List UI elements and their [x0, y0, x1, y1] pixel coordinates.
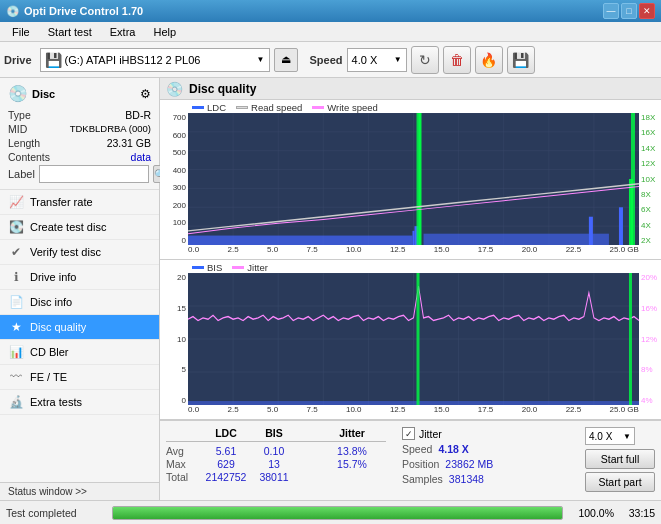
- disc-quality-header-icon: 💿: [166, 81, 183, 97]
- svg-rect-43: [629, 273, 632, 405]
- speed-label: Speed: [310, 54, 343, 66]
- menu-file[interactable]: File: [4, 25, 38, 39]
- speed-select-sm[interactable]: 4.0 X ▼: [585, 427, 635, 445]
- chart2-x-125: 12.5: [390, 405, 406, 419]
- chart1-x-200: 20.0: [522, 245, 538, 259]
- bis-total: 38011: [250, 471, 298, 483]
- svg-rect-25: [417, 113, 421, 245]
- status-window-button[interactable]: Status window >>: [8, 486, 151, 497]
- menu-help[interactable]: Help: [145, 25, 184, 39]
- progress-bar-area: Test completed 100.0% 33:15: [0, 500, 661, 524]
- jitter-speed-section: ✓ Jitter Speed 4.18 X Position 23862 MB …: [402, 427, 493, 485]
- extra-tests-icon: 🔬: [8, 395, 24, 409]
- sidebar-item-extra-tests[interactable]: 🔬 Extra tests: [0, 390, 159, 415]
- jitter-max: 15.7%: [318, 458, 386, 470]
- write-speed-legend-color: [312, 106, 324, 109]
- col-empty: [166, 427, 202, 439]
- main-area: 💿 Disc ⚙ Type BD-R MID TDKBLDRBA (000) L…: [0, 78, 661, 500]
- disc-info-icon: 📄: [8, 295, 24, 309]
- disc-contents-label: Contents: [8, 151, 50, 163]
- chart2-container: BIS Jitter 20 15 10 5 0 2: [160, 260, 661, 420]
- disc-erase-button[interactable]: 🗑: [443, 46, 471, 74]
- speed-buttons-section: 4.0 X ▼ Start full Start part: [585, 427, 655, 492]
- chart1-x-225: 22.5: [566, 245, 582, 259]
- chart2-x-100: 10.0: [346, 405, 362, 419]
- maximize-button[interactable]: □: [621, 3, 637, 19]
- chart1-x-labels: 0.0 2.5 5.0 7.5 10.0 12.5 15.0 17.5 20.0…: [188, 245, 639, 259]
- ldc-legend: LDC: [192, 102, 226, 113]
- disc-settings-icon[interactable]: ⚙: [140, 87, 151, 101]
- menu-start-test[interactable]: Start test: [40, 25, 100, 39]
- chart1-legend: LDC Read speed Write speed: [160, 100, 661, 113]
- chart2-y-5: 5: [182, 365, 186, 374]
- ldc-legend-color: [192, 106, 204, 109]
- disc-label-input[interactable]: [39, 165, 149, 183]
- speed-selector[interactable]: 4.0 X ▼: [347, 48, 407, 72]
- samples-label: Samples: [402, 473, 443, 485]
- save-button[interactable]: 💾: [507, 46, 535, 74]
- status-window-label: Status window >>: [8, 486, 87, 497]
- sidebar-item-disc-info[interactable]: 📄 Disc info: [0, 290, 159, 315]
- chart2-x-225: 22.5: [566, 405, 582, 419]
- disc-contents-value: data: [131, 151, 151, 163]
- sidebar-item-disc-quality[interactable]: ★ Disc quality: [0, 315, 159, 340]
- eject-button[interactable]: ⏏: [274, 48, 298, 72]
- sidebar-item-drive-info[interactable]: ℹ Drive info: [0, 265, 159, 290]
- chart1-x-125: 12.5: [390, 245, 406, 259]
- bis-legend-color: [192, 266, 204, 269]
- samples-row: Samples 381348: [402, 473, 493, 485]
- sidebar-item-label: Drive info: [30, 271, 76, 283]
- disc-type-row: Type BD-R: [8, 109, 151, 121]
- jitter-checkbox[interactable]: ✓: [402, 427, 415, 440]
- menu-extra[interactable]: Extra: [102, 25, 144, 39]
- speed-stat-label: Speed: [402, 443, 432, 455]
- svg-rect-21: [424, 234, 609, 245]
- jitter-label: Jitter: [419, 428, 442, 440]
- fe-te-icon: 〰: [8, 370, 24, 384]
- elapsed-time: 33:15: [620, 507, 655, 519]
- disc-label-row: Label 🔍: [8, 165, 151, 183]
- ldc-total: 2142752: [202, 471, 250, 483]
- sidebar-item-label: Extra tests: [30, 396, 82, 408]
- disc-burn-button[interactable]: 🔥: [475, 46, 503, 74]
- chart1-x-250: 25.0 GB: [610, 245, 639, 259]
- verify-test-disc-icon: ✔: [8, 245, 24, 259]
- svg-rect-23: [619, 207, 623, 245]
- sidebar-item-transfer-rate[interactable]: 📈 Transfer rate: [0, 190, 159, 215]
- start-full-button[interactable]: Start full: [585, 449, 655, 469]
- speed-select-value: 4.0 X: [589, 431, 612, 442]
- chart2-yr-12: 12%: [641, 335, 657, 344]
- ldc-avg: 5.61: [202, 445, 250, 457]
- disc-info-section: 💿 Disc ⚙ Type BD-R MID TDKBLDRBA (000) L…: [0, 78, 159, 190]
- close-button[interactable]: ✕: [639, 3, 655, 19]
- chart1-x-0: 0.0: [188, 245, 199, 259]
- chart1-yr-10x: 10X: [641, 175, 655, 184]
- bis-max: 13: [250, 458, 298, 470]
- sidebar-item-cd-bler[interactable]: 📊 CD Bler: [0, 340, 159, 365]
- start-part-button[interactable]: Start part: [585, 472, 655, 492]
- chart2-yr-16: 16%: [641, 304, 657, 313]
- minimize-button[interactable]: —: [603, 3, 619, 19]
- speed-stat-value: 4.18 X: [438, 443, 468, 455]
- chart2-x-0: 0.0: [188, 405, 199, 419]
- drive-selector[interactable]: 💾 (G:) ATAPI iHBS112 2 PL06 ▼: [40, 48, 270, 72]
- read-speed-legend: Read speed: [236, 102, 302, 113]
- sidebar-item-create-test-disc[interactable]: 💽 Create test disc: [0, 215, 159, 240]
- chart1-x-25: 2.5: [227, 245, 238, 259]
- speed-select-arrow: ▼: [623, 432, 631, 441]
- sidebar-item-verify-test-disc[interactable]: ✔ Verify test disc: [0, 240, 159, 265]
- app-icon: 💿: [6, 5, 20, 18]
- drive-info-icon: ℹ: [8, 270, 24, 284]
- chart2-svg: [188, 273, 639, 405]
- drive-label: Drive: [4, 54, 32, 66]
- drive-dropdown-icon: ▼: [257, 55, 265, 64]
- sidebar-item-fe-te[interactable]: 〰 FE / TE: [0, 365, 159, 390]
- refresh-button[interactable]: ↻: [411, 46, 439, 74]
- drive-icon: 💾: [45, 52, 62, 68]
- disc-length-row: Length 23.31 GB: [8, 137, 151, 149]
- chart2-x-175: 17.5: [478, 405, 494, 419]
- disc-type-value: BD-R: [125, 109, 151, 121]
- sidebar-item-label: Disc info: [30, 296, 72, 308]
- col-bis-header: BIS: [250, 427, 298, 439]
- ldc-legend-label: LDC: [207, 102, 226, 113]
